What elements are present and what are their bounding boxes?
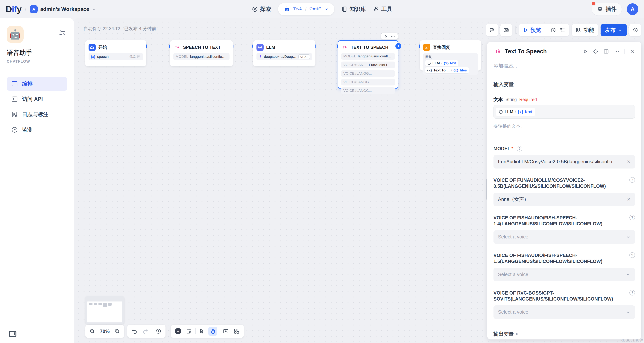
- start-variable-row[interactable]: {x} speech 必填: [88, 53, 143, 60]
- llm-model-row[interactable]: deepseek-ai/DeepSe... CHAT: [256, 53, 312, 60]
- features-button[interactable]: 功能: [576, 26, 594, 34]
- document-icon: [11, 111, 18, 118]
- help-icon[interactable]: ?: [517, 146, 522, 151]
- redo-button[interactable]: [141, 327, 150, 336]
- app-icon[interactable]: 🤖: [7, 26, 24, 43]
- more-icon[interactable]: [391, 34, 395, 38]
- undo-button[interactable]: [130, 327, 139, 336]
- add-note-button[interactable]: [184, 327, 194, 336]
- node-start[interactable]: 开始 {x} speech 必填: [85, 40, 146, 66]
- variable-pill[interactable]: {x} Text To ... / {x} files: [425, 67, 469, 73]
- preview-button[interactable]: 预览: [523, 26, 541, 34]
- checklist-icon[interactable]: [560, 27, 565, 33]
- clear-icon[interactable]: ×: [627, 158, 630, 165]
- zoom-in-button[interactable]: [113, 327, 122, 336]
- dify-logo[interactable]: Dify: [6, 4, 22, 14]
- variable-icon: {x}: [518, 109, 524, 114]
- help-icon[interactable]: ?: [630, 215, 635, 220]
- top-header: Dify / A admin's Workspace 探索 工作室 / 语音助手…: [0, 0, 644, 18]
- hand-mode-button[interactable]: [208, 327, 217, 336]
- node-config-panel: Text To Speech 添加描述... 输入变量 文本 String Re…: [487, 42, 642, 340]
- tts-row[interactable]: VOICE#LANGG... FunAudioLLM/C...: [341, 61, 395, 68]
- env-icon: [504, 27, 509, 33]
- voice-select-gptsovits[interactable]: Select a voice: [494, 306, 635, 319]
- answer-icon: [423, 44, 430, 51]
- variable-name: text: [525, 109, 532, 114]
- gauge-icon: [11, 126, 18, 133]
- scrollbar-thumb[interactable]: [486, 179, 487, 200]
- focus-target-icon[interactable]: [593, 49, 598, 54]
- input-variables-heading: 输入变量: [494, 81, 635, 88]
- text-to-speech-icon: [341, 44, 348, 51]
- workspace-selector[interactable]: A admin's Workspace: [30, 5, 96, 13]
- node-title: LLM: [266, 45, 275, 50]
- compass-icon: [252, 6, 258, 12]
- variable-pill[interactable]: LLM / {x} text: [496, 108, 535, 116]
- preview-label: 预览: [531, 26, 541, 34]
- run-history-icon[interactable]: [550, 27, 556, 33]
- node-speech-to-text[interactable]: SPEECH TO TEXT MODEL langgenius/siliconf…: [170, 40, 233, 66]
- hammer-icon: [373, 6, 379, 12]
- clear-icon[interactable]: ×: [627, 196, 630, 203]
- nav-current-app[interactable]: 语音助手: [310, 7, 322, 11]
- edge-llm-tts: [316, 46, 338, 46]
- tts-row[interactable]: VOICE#LANGG...: [341, 70, 395, 77]
- version-history-button[interactable]: [630, 24, 641, 36]
- export-image-button[interactable]: [221, 327, 230, 336]
- text-variable-input[interactable]: LLM / {x} text: [494, 105, 635, 119]
- nav-explore[interactable]: 探索: [252, 5, 271, 13]
- divider: /: [25, 6, 26, 12]
- zoom-out-button[interactable]: [88, 327, 97, 336]
- node-text-to-speech[interactable]: TEXT TO SPEECH MODEL langgenius/siliconf…: [338, 40, 398, 89]
- nav-tools[interactable]: 工具: [373, 5, 392, 13]
- collapse-panel-button[interactable]: [9, 331, 16, 337]
- pointer-mode-button[interactable]: [198, 327, 206, 336]
- model-select[interactable]: FunAudioLLM/CosyVoice2-0.5B(langgenius/s…: [494, 155, 635, 169]
- minimap[interactable]: [85, 297, 124, 324]
- tts-row[interactable]: VOICE#LANGG...: [341, 87, 395, 94]
- organize-blocks-button[interactable]: [232, 327, 241, 336]
- split-view-icon[interactable]: [604, 49, 609, 54]
- tts-row[interactable]: MODEL langgenius/siliconflow/sili...: [341, 53, 395, 60]
- description-placeholder[interactable]: 添加描述...: [494, 63, 635, 69]
- voice-select-cosyvoice[interactable]: Anna（女声） ×: [494, 193, 635, 206]
- run-node-icon[interactable]: [582, 49, 588, 54]
- close-icon[interactable]: [630, 49, 635, 54]
- sidebar-item-orchestrate[interactable]: 编排: [7, 77, 67, 91]
- tts-row[interactable]: VOICE#LANGG...: [341, 79, 395, 85]
- output-variables-toggle[interactable]: 输出变量: [494, 331, 635, 338]
- stt-model-row[interactable]: MODEL langgenius/siliconflow/sili...: [173, 53, 230, 60]
- voice-select-fish14[interactable]: Select a voice: [494, 230, 635, 244]
- help-icon[interactable]: ?: [630, 252, 635, 258]
- node-llm[interactable]: LLM deepseek-ai/DeepSe... CHAT: [253, 40, 316, 66]
- help-icon[interactable]: ?: [630, 290, 635, 296]
- help-icon[interactable]: ?: [630, 177, 635, 183]
- variable-name: text: [450, 61, 456, 65]
- node-ref-icon: [427, 61, 431, 65]
- sidebar-item-monitoring[interactable]: 监测: [7, 123, 67, 137]
- more-icon[interactable]: [614, 49, 620, 54]
- variable-icon: {x}: [454, 68, 458, 72]
- conversation-variables-button[interactable]: [486, 24, 498, 36]
- user-avatar[interactable]: A: [627, 3, 638, 15]
- nav-knowledge[interactable]: 知识库: [341, 5, 366, 13]
- nav-studio-pill[interactable]: 工作室 / 语音助手: [278, 3, 334, 15]
- sidebar-item-api[interactable]: 访问 API: [7, 92, 67, 106]
- environment-variables-button[interactable]: [500, 24, 512, 36]
- zoom-level[interactable]: 70%: [99, 329, 111, 334]
- add-next-node-button[interactable]: +: [396, 43, 402, 49]
- variable-pill[interactable]: LLM / {x} text: [425, 60, 458, 66]
- model-provider-icon: [259, 55, 262, 58]
- voice-select-fish15[interactable]: Select a voice: [494, 268, 635, 281]
- add-node-button[interactable]: +: [174, 327, 182, 336]
- play-icon[interactable]: [384, 34, 388, 38]
- divider: [7, 71, 67, 71]
- publish-button[interactable]: 发布: [600, 24, 627, 36]
- sidebar-item-logs[interactable]: 日志与标注: [7, 107, 67, 121]
- zoom-in-icon: [114, 328, 120, 334]
- chevron-down-icon: [92, 7, 96, 11]
- change-history-button[interactable]: [154, 327, 163, 336]
- app-settings-button[interactable]: [58, 29, 66, 36]
- plugins-button[interactable]: 插件: [592, 2, 622, 16]
- node-answer[interactable]: 直接回复 回复 LLM / {x} text {x} Text To ... /…: [420, 40, 481, 70]
